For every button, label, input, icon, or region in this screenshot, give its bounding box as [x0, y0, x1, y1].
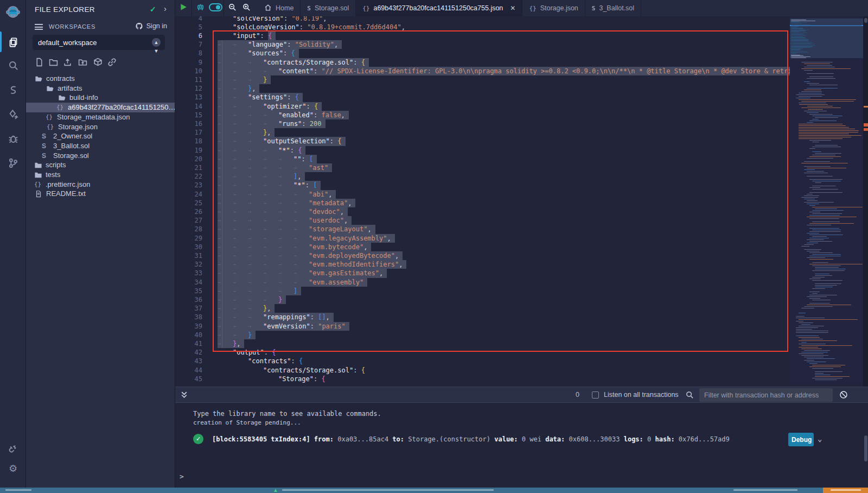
tree-item-storage-sol[interactable]: SStorage.sol: [26, 151, 175, 161]
tab-storage-json[interactable]: {}Storage.json: [522, 0, 585, 16]
code-area[interactable]: 4 "solcVersion": "0.8.19",5 "solcLongVer…: [175, 16, 790, 387]
minimap-code-line: [804, 360, 814, 361]
sidebar-item-deploy-and-run[interactable]: [0, 105, 26, 123]
transaction-log-row[interactable]: [block:5583405 txIndex:4] from: 0xa03...…: [212, 435, 730, 443]
file-icon: [35, 190, 43, 198]
minimap-code-line: [812, 207, 863, 207]
minimap[interactable]: [790, 16, 863, 383]
tab-whitespace: [218, 357, 233, 365]
selection-highlight: →→→→→"*": [: [218, 181, 321, 189]
json-punctuation: :: [310, 323, 318, 330]
code-line: →→→→→→"devdoc",: [218, 207, 790, 216]
sidebar-item-settings[interactable]: ⚙: [0, 459, 26, 478]
scam-alert-segment[interactable]: [823, 488, 868, 493]
sidebar-item-file-explorer[interactable]: [0, 33, 26, 51]
tab-whitespace: →: [218, 243, 233, 251]
ai-assistant-icon[interactable]: [192, 3, 206, 14]
tab-whitespace: →: [218, 67, 233, 75]
line-number: 24: [175, 190, 202, 199]
minimap-code-line: [801, 308, 814, 308]
code-line: →→"sources": {: [218, 49, 790, 58]
sidebar-item-search[interactable]: [0, 56, 26, 74]
workspace-select[interactable]: default_workspace ▲▼: [33, 35, 165, 50]
minimap-code-line: [815, 287, 833, 287]
minimap-code-line: [812, 210, 844, 211]
terminal-scrollbar-thumb[interactable]: [864, 435, 867, 462]
new-file-icon[interactable]: [35, 58, 46, 68]
close-tab-icon[interactable]: ✕: [510, 4, 515, 12]
workspaces-menu-icon[interactable]: [35, 24, 43, 30]
sign-in-button[interactable]: Sign in: [135, 22, 167, 30]
json-bracket: {: [272, 349, 276, 356]
tree-item-tests[interactable]: tests: [26, 170, 175, 180]
terminal-search-icon[interactable]: [686, 391, 694, 401]
tab-whitespace: →: [218, 93, 233, 102]
tab-whitespace: [218, 23, 233, 31]
tab-a69b43f277ba20fcac141151250ca755-json[interactable]: {}a69b43f277ba20fcac141151250ca755.json✕: [356, 0, 522, 16]
tab-storage-sol[interactable]: SStorage.sol: [301, 0, 356, 16]
panel-expand-icon[interactable]: ›: [164, 4, 167, 13]
sidebar-item-git[interactable]: [0, 154, 26, 172]
tab-whitespace: →: [248, 58, 263, 67]
scrollbar-marker: [864, 106, 868, 108]
tree-item-storage-metadata-json[interactable]: {}Storage_metadata.json: [26, 112, 175, 122]
editor-scrollbar[interactable]: [863, 16, 868, 387]
zoom-in-icon[interactable]: [238, 3, 253, 14]
terminal-expand-icon[interactable]: [181, 391, 188, 401]
tab-whitespace: →: [248, 181, 263, 189]
tab-3-ballot-sol[interactable]: S3_Ballot.sol: [585, 0, 641, 16]
tab-home[interactable]: Home: [258, 0, 301, 16]
tx-field-label: [block:5583405 txIndex:4]: [212, 435, 310, 443]
tx-expand-chevron-icon[interactable]: ⌄: [818, 434, 822, 443]
tree-item-contracts[interactable]: contracts: [26, 74, 175, 84]
terminal[interactable]: Type the library name to see available c…: [175, 403, 868, 488]
cube-icon[interactable]: [93, 58, 104, 68]
tree-item--prettierrc-json[interactable]: {}.prettierrc.json: [26, 180, 175, 189]
clear-console-icon[interactable]: [839, 390, 848, 401]
json-string: "// SPDX-License-Identifier: GPL-3.0\n\n…: [321, 67, 790, 75]
listen-checkbox[interactable]: [592, 391, 599, 399]
tab-whitespace: →: [293, 199, 309, 207]
tree-item-2-owner-sol[interactable]: S2_Owner.sol: [26, 131, 175, 141]
selection-highlight: →→→→"content": "// SPDX-License-Identifi…: [218, 67, 790, 75]
sidebar-item-plugin-manager[interactable]: [0, 439, 26, 457]
json-punctuation: :: [287, 93, 295, 101]
minimap-code-line: [812, 270, 845, 271]
link-icon[interactable]: [107, 58, 118, 68]
sidebar-item-debugger[interactable]: [0, 129, 26, 148]
json-bracket: [: [309, 155, 313, 163]
line-number: 28: [175, 225, 202, 233]
tree-item-artifacts[interactable]: artifacts: [26, 84, 175, 93]
folder-open-icon: [46, 85, 55, 92]
scrollbar-thumb[interactable]: [864, 18, 867, 23]
json-key: "*": [278, 147, 290, 154]
tab-whitespace: →: [218, 146, 233, 155]
tree-item-build-info[interactable]: build-info: [26, 93, 175, 103]
transaction-filter-input[interactable]: [699, 388, 833, 402]
tree-item-readme-txt[interactable]: README.txt: [26, 189, 175, 199]
terminal-message: Type the library name to see available c…: [193, 410, 381, 418]
tab-whitespace: →: [233, 111, 248, 119]
debug-button[interactable]: Debug: [788, 433, 814, 446]
json-punctuation: ,: [401, 23, 405, 31]
new-folder-icon[interactable]: [49, 58, 60, 68]
run-script-button[interactable]: [180, 3, 192, 13]
sidebar-item-solidity-compiler[interactable]: [0, 80, 26, 99]
terminal-toolbar: 0 Listen on all transactions: [175, 387, 868, 403]
tree-item-scripts[interactable]: scripts: [26, 160, 175, 170]
upload-file-icon[interactable]: [63, 58, 74, 68]
tree-item-3-ballot-sol[interactable]: S3_Ballot.sol: [26, 141, 175, 151]
selection-highlight: →→→→→"": [: [218, 155, 317, 163]
folder-icon: [34, 161, 43, 169]
minimap-code-line: [815, 285, 837, 286]
ai-toggle-switch[interactable]: [206, 3, 224, 14]
tree-item-storage-json[interactable]: {}Storage.json: [26, 122, 175, 132]
terminal-prompt[interactable]: >: [180, 472, 184, 481]
zoom-out-icon[interactable]: [224, 3, 238, 14]
code-editor[interactable]: 4 "solcVersion": "0.8.19",5 "solcLongVer…: [175, 16, 868, 387]
minimap-code-line: [809, 238, 829, 238]
tree-item-a69b43f277ba20fcac141151250ca7-[interactable]: {}a69b43f277ba20fcac141151250ca7...: [26, 103, 175, 112]
minimap-code-line: [804, 357, 824, 357]
upload-folder-icon[interactable]: [78, 58, 89, 68]
remix-logo[interactable]: [0, 3, 26, 22]
